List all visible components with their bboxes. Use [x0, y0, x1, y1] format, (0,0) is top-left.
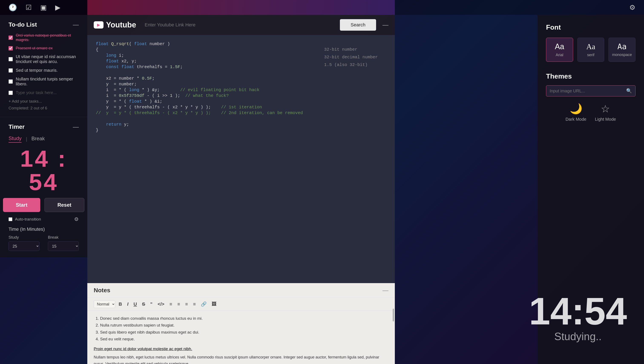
code-line-14 — [96, 116, 386, 121]
code-line-16: } — [96, 128, 386, 132]
ordered-list-button[interactable]: ≡ — [168, 300, 174, 308]
font-option-serif[interactable]: Aa serif — [577, 38, 604, 62]
font-options: Aa Arial Aa serif Aa monospace — [546, 38, 635, 62]
reset-button[interactable]: Reset — [45, 198, 84, 212]
timer-settings-icon[interactable]: ⚙ — [74, 216, 79, 222]
todo-item-2: Praesent ut ornare ex — [9, 46, 79, 50]
code-viewer: float Q_rsqrt( float number ) { long i; … — [87, 35, 395, 283]
font-option-mono[interactable]: Aa monospace — [608, 38, 635, 62]
italic-button[interactable]: I — [126, 300, 130, 308]
timer-tabs: Study | Break — [9, 136, 79, 142]
notes-list-item-2: Nulla rutrum vestibulum sapien ut feugia… — [100, 322, 388, 329]
todo-label-1: Orci varius natoque penatibus et magnis. — [16, 33, 79, 42]
todo-checkbox-4[interactable] — [9, 68, 13, 72]
theme-light-mode[interactable]: ☆ Light Mode — [595, 103, 616, 122]
code-annotations: 32-bit number 32-bit decimal number 1.5 … — [324, 46, 378, 69]
todo-checkbox-2[interactable] — [9, 46, 13, 50]
checkbox-icon[interactable]: ☑ — [26, 4, 32, 12]
todo-checkbox-5[interactable] — [9, 80, 13, 84]
code-button[interactable]: </> — [156, 300, 166, 308]
theme-search-icon[interactable]: 🔍 — [626, 88, 632, 94]
code-line-15: return y; — [96, 122, 386, 127]
annotation-1: 32-bit number — [324, 46, 378, 54]
font-preview-serif: Aa — [581, 42, 601, 51]
notes-panel: Notes — Normal H1 H2 B I U S " </> ≡ ≡ ≡… — [87, 283, 395, 364]
code-line-8: y = number; — [96, 82, 386, 87]
underline-button[interactable]: U — [132, 300, 139, 308]
clock-icon[interactable]: 🕐 — [9, 4, 17, 12]
light-mode-label: Light Mode — [595, 117, 616, 122]
add-task-button[interactable]: + Add your tasks... — [9, 99, 79, 104]
todo-item-4: Sed ut tempor mauris. — [9, 68, 79, 73]
settings-icon[interactable]: ⚙ — [629, 4, 635, 12]
unordered-list-button[interactable]: ≡ — [176, 300, 182, 308]
outdent-button[interactable]: ≡ — [191, 300, 197, 308]
youtube-url-input[interactable] — [140, 20, 336, 30]
quote-button[interactable]: " — [149, 300, 154, 308]
youtube-minimize-button[interactable]: — — [382, 22, 388, 28]
youtube-search-button[interactable]: Search — [340, 19, 376, 31]
todo-title: To-do List — [9, 21, 37, 28]
code-line-7: x2 = number * 0.5F; — [96, 76, 386, 81]
youtube-icon — [94, 21, 104, 28]
sidebar-icon[interactable]: ▣ — [40, 4, 47, 12]
dark-mode-label: Dark Mode — [566, 117, 586, 122]
notes-scrollbar[interactable] — [393, 309, 394, 322]
image-button[interactable]: 🖼 — [210, 300, 218, 308]
todo-checkbox-3[interactable] — [9, 57, 13, 61]
play-icon[interactable]: ▶ — [55, 4, 61, 12]
big-clock-time: 14:54 — [529, 292, 627, 330]
nav-icons-left: 🕐 ☑ ▣ ▶ — [9, 4, 61, 12]
font-option-arial[interactable]: Aa Arial — [546, 38, 573, 62]
link-button[interactable]: 🔗 — [199, 300, 208, 308]
timer-tab-break[interactable]: Break — [32, 136, 45, 142]
youtube-logo: Youtube — [94, 20, 136, 30]
indent-button[interactable]: ≡ — [184, 300, 190, 308]
theme-url-input-row: 🔍 — [546, 85, 635, 96]
notes-list-item-3: Sed quis libero eget nibh dapibus maximu… — [100, 329, 388, 336]
timer-tab-study[interactable]: Study — [9, 136, 22, 142]
study-time-label: Study — [9, 235, 40, 240]
todo-label-2: Praesent ut ornare ex — [16, 46, 53, 50]
todo-checkbox-6[interactable] — [9, 91, 13, 95]
font-name-mono: monospace — [612, 52, 632, 57]
theme-url-input[interactable] — [550, 88, 626, 94]
strikethrough-button[interactable]: S — [140, 300, 147, 308]
code-line-9: i = * ( long * ) &y; // evil floating po… — [96, 88, 386, 92]
todo-item-3: Ut vitae neque id nisl accumsan tincidun… — [9, 54, 79, 64]
start-button[interactable]: Start — [3, 198, 40, 212]
time-inputs-row: Study 25 30 45 60 Break 15 5 10 20 — [9, 235, 79, 251]
youtube-panel: Youtube Search — — [87, 15, 395, 35]
format-select[interactable]: Normal H1 H2 — [94, 300, 115, 308]
timer-tab-divider: | — [26, 136, 27, 142]
font-preview-mono: Aa — [612, 42, 632, 51]
auto-transition-checkbox[interactable] — [9, 217, 12, 221]
youtube-header: Youtube Search — — [87, 15, 395, 35]
todo-checkbox-1[interactable] — [9, 36, 13, 40]
break-time-label: Break — [48, 235, 79, 240]
study-time-select[interactable]: 25 30 45 60 — [9, 242, 40, 251]
auto-transition-label: Auto-transition — [15, 217, 41, 222]
bold-button[interactable]: B — [117, 300, 124, 308]
notes-numbered-list: Donec sed diam convallis massa rhoncus l… — [94, 315, 388, 342]
timer-title: Timer — [9, 124, 25, 130]
todo-label-4: Sed ut tempor mauris. — [16, 68, 58, 73]
timer-minimize-button[interactable]: — — [73, 124, 79, 130]
notes-minimize-button[interactable]: — — [382, 287, 388, 294]
annotation-2: 32-bit decimal number — [324, 54, 378, 61]
todo-label-5: Nullam tincidunt turpis semper libero. — [16, 77, 79, 86]
notes-paragraph: Nullam tempus leo nibh, eget luctus metu… — [94, 354, 388, 364]
auto-transition-row: Auto-transition ⚙ — [9, 216, 79, 222]
code-line-10: i = 0x5f3759df - ( i >> 1 ); // what the… — [96, 93, 386, 98]
study-time-group: Study 25 30 45 60 — [9, 235, 40, 251]
break-time-select[interactable]: 15 5 10 20 — [48, 242, 79, 251]
todo-minimize-button[interactable]: — — [73, 22, 79, 28]
theme-dark-mode[interactable]: 🌙 Dark Mode — [566, 103, 586, 122]
time-settings-title: Time (In Minutes) — [9, 226, 79, 232]
code-line-12: y = y * ( threehalfs - ( x2 * y * y ) );… — [96, 105, 386, 110]
completed-count: Completed: 2 out of 6 — [9, 106, 79, 110]
code-line-13: // y = y * ( threehalfs - ( x2 * y * y )… — [96, 110, 386, 115]
code-line-11: y = * ( float * ) &i; — [96, 99, 386, 104]
light-mode-icon: ☆ — [595, 103, 616, 115]
notes-list-item-4: Sed eu velit neque. — [100, 336, 388, 342]
